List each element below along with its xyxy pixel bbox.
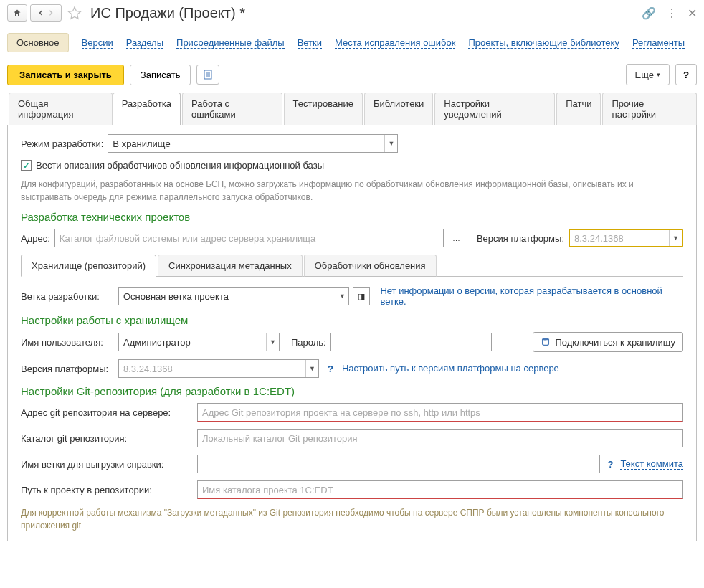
home-button[interactable]: [7, 4, 27, 22]
more-button[interactable]: Еще▾: [626, 64, 670, 85]
nav-branches[interactable]: Ветки: [298, 37, 322, 49]
git-addr-input[interactable]: Адрес Git репозитория проекта на сервере…: [197, 403, 683, 422]
chevron-down-icon[interactable]: ▼: [336, 288, 348, 305]
platform-version-label: Версия платформы:: [477, 233, 564, 244]
tab-testing[interactable]: Тестирование: [284, 93, 363, 125]
password-label: Пароль:: [291, 337, 326, 348]
help-icon[interactable]: ?: [328, 364, 333, 374]
git-branch-input[interactable]: [197, 455, 600, 473]
commit-text-link[interactable]: Текст коммита: [620, 458, 683, 470]
platform-version2-select[interactable]: 8.3.24.1368 ▼: [118, 359, 319, 378]
svg-rect-0: [204, 70, 211, 79]
link-icon[interactable]: 🔗: [642, 6, 656, 20]
nav-sections[interactable]: Разделы: [126, 37, 163, 49]
address-label: Адрес:: [21, 233, 50, 244]
git-hint: Для корректной работы механизма "Загрузк…: [21, 506, 683, 532]
tab-development[interactable]: Разработка: [113, 93, 181, 125]
password-input[interactable]: [330, 333, 492, 351]
branch-info: Нет информации о версии, которая разраба…: [380, 285, 683, 307]
project-path-label: Путь к проекту в репозитории:: [21, 485, 193, 495]
chevron-down-icon[interactable]: ▼: [305, 360, 318, 377]
kebab-menu-icon[interactable]: ⋮: [666, 6, 677, 20]
address-input[interactable]: Каталог файловой системы или адрес серве…: [54, 229, 444, 247]
branch-open-button[interactable]: ◨: [353, 287, 370, 305]
tab-other[interactable]: Прочие настройки: [602, 93, 697, 125]
handlers-checkbox[interactable]: ✓: [21, 160, 32, 171]
nav-back-forward[interactable]: [30, 4, 62, 22]
tab-libraries[interactable]: Библиотеки: [364, 93, 433, 125]
branch-select[interactable]: Основная ветка проекта ▼: [118, 287, 349, 305]
nav-main[interactable]: Основное: [7, 33, 69, 52]
nav-projects[interactable]: Проекты, включающие библиотеку: [468, 37, 619, 49]
project-path-input[interactable]: Имя каталога проекта 1С:EDT: [197, 480, 683, 499]
page-title: ИС Продажи (Проект) *: [90, 5, 245, 22]
dev-mode-select[interactable]: В хранилище ▼: [108, 134, 398, 153]
section-git: Настройки Git-репозитория (для разработк…: [21, 385, 683, 397]
save-button[interactable]: Записать: [130, 65, 191, 85]
address-browse-button[interactable]: …: [448, 229, 465, 247]
list-icon-button[interactable]: [196, 65, 219, 85]
handlers-hint: Для конфигураций, разработанных на основ…: [21, 178, 683, 204]
configure-path-link[interactable]: Настроить путь к версиям платформы на се…: [342, 363, 559, 374]
username-select[interactable]: Администратор ▼: [118, 333, 280, 351]
nav-versions[interactable]: Версии: [82, 37, 113, 49]
tab-notifications[interactable]: Настройки уведомлений: [434, 93, 555, 125]
git-catalog-input[interactable]: Локальный каталог Git репозитория: [197, 429, 683, 447]
favorite-icon[interactable]: [67, 6, 82, 20]
platform-version2-label: Версия платформы:: [21, 364, 114, 374]
nav-regulations[interactable]: Регламенты: [632, 37, 685, 49]
save-close-button[interactable]: Записать и закрыть: [7, 65, 124, 85]
chevron-down-icon[interactable]: ▼: [669, 230, 682, 246]
subtab-update-handlers[interactable]: Обработчики обновления: [304, 255, 437, 277]
platform-version-select[interactable]: 8.3.24.1368 ▼: [569, 229, 683, 247]
help-icon[interactable]: ?: [607, 459, 613, 470]
username-label: Имя пользователя:: [21, 337, 114, 348]
handlers-checkbox-label: Вести описания обработчиков обновления и…: [36, 160, 324, 171]
dev-mode-label: Режим разработки:: [21, 138, 103, 149]
branch-label: Ветка разработки:: [21, 291, 114, 302]
git-addr-label: Адрес git репозитория на сервере:: [21, 407, 193, 418]
database-icon: [541, 337, 551, 347]
tab-patches[interactable]: Патчи: [556, 93, 601, 125]
subtab-metadata-sync[interactable]: Синхронизация метаданных: [158, 255, 303, 277]
section-storage: Настройки работы с хранилищем: [21, 314, 683, 326]
chevron-down-icon[interactable]: ▼: [266, 333, 279, 351]
connect-button[interactable]: Подключиться к хранилищу: [533, 332, 683, 352]
help-button[interactable]: ?: [675, 64, 697, 85]
close-icon[interactable]: ✕: [688, 6, 697, 20]
subtab-repository[interactable]: Хранилище (репозиторий): [21, 255, 156, 277]
tab-general[interactable]: Общая информация: [9, 93, 113, 125]
chevron-down-icon[interactable]: ▼: [384, 135, 397, 152]
git-branch-label: Имя ветки для выгрузки справки:: [21, 459, 193, 470]
nav-attached-files[interactable]: Присоединенные файлы: [176, 37, 285, 49]
git-catalog-label: Каталог git репозитория:: [21, 433, 193, 444]
nav-error-places[interactable]: Места исправления ошибок: [335, 37, 455, 49]
tab-errors[interactable]: Работа с ошибками: [182, 93, 282, 125]
svg-point-5: [543, 338, 549, 341]
section-tech-projects: Разработка технических проектов: [21, 211, 683, 223]
